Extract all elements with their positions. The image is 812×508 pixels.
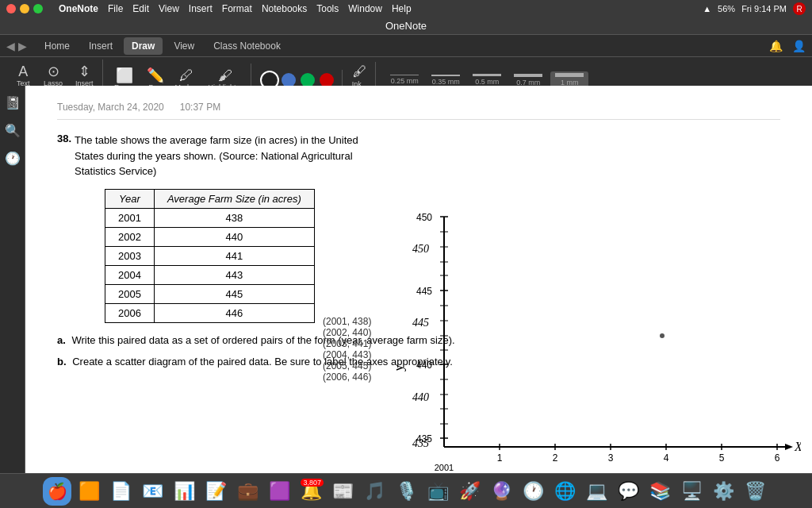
window-title: OneNote [385,20,427,32]
menu-tools[interactable]: Tools [316,3,339,14]
menubar: OneNote File Edit View Insert Format Not… [0,0,812,17]
back-icon[interactable]: ◀ [6,40,15,52]
dock-onenote[interactable]: 🟪 [265,477,293,506]
year-2003: 2003 [105,246,155,265]
color-black[interactable] [262,73,277,87]
svg-point-42 [660,333,665,338]
table-header-avg: Average Farm Size (in acres) [154,189,314,208]
size-2002: 440 [154,227,314,246]
sidebar-notebooks-icon[interactable]: 📓 [2,92,24,114]
pair-3: (2003, 441) [323,338,371,349]
svg-text:6: 6 [775,452,780,464]
highlighter-icon: 🖌 [218,68,232,83]
year-2006: 2006 [105,303,155,322]
size-2005: 445 [154,284,314,303]
dock-powerpoint[interactable]: 🟧 [75,477,103,506]
dock-teams[interactable]: 💼 [233,477,262,506]
note-date-text: Tuesday, March 24, 2020 [57,102,164,113]
dock-finder2[interactable]: 🖥️ [677,477,706,506]
fullscreen-button[interactable] [33,4,43,13]
svg-text:2: 2 [553,452,558,464]
marker-icon: 🖊 [179,68,193,83]
tab-class-notebook[interactable]: Class Notebook [205,37,289,55]
eraser-icon: ⬜ [116,68,133,83]
svg-text:440: 440 [412,391,429,403]
svg-text:4: 4 [664,452,669,464]
close-button[interactable] [6,4,16,13]
menu-help[interactable]: Help [392,3,412,14]
menu-file[interactable]: File [108,3,123,14]
menu-format[interactable]: Format [222,3,252,14]
lasso-icon: ⊙ [48,64,59,79]
year-2005: 2005 [105,284,155,303]
ordered-pairs: (2001, 438) (2002, 440) (2003, 441) (200… [323,316,371,383]
svg-text:440: 440 [416,360,432,371]
dock-launchpad[interactable]: 🚀 [455,477,484,506]
menu-onenote[interactable]: OneNote [59,3,98,14]
dock-appletv[interactable]: 📺 [423,477,452,506]
dock-trash[interactable]: 🗑️ [741,477,769,506]
pair-2: (2002, 440) [323,327,371,338]
dock-badge[interactable]: 🔔 3,807 [297,477,325,506]
dock-outlook[interactable]: 📧 [138,477,167,506]
dock-books[interactable]: 📚 [645,477,674,506]
size-2003: 441 [154,246,314,265]
menu-view[interactable]: View [159,3,179,14]
account-icon[interactable]: 👤 [792,40,806,52]
dock-word2[interactable]: 📝 [201,477,230,506]
dock-facetime[interactable]: 💻 [582,477,611,506]
ink-drop-icon: 🖋 [353,64,367,80]
traffic-lights[interactable] [6,4,43,13]
sub-b-text: Create a scatter diagram of the paired d… [72,356,453,368]
pen-icon: ✏️ [147,68,164,83]
color-green[interactable] [301,73,315,87]
dock-excel[interactable]: 📊 [170,477,198,506]
forward-icon[interactable]: ▶ [18,40,27,52]
color-blue[interactable] [282,73,296,87]
dock-chrome[interactable]: 🌐 [550,477,579,506]
sidebar-search-icon[interactable]: 🔍 [2,120,24,141]
size-035-button[interactable]: 0.35 mm [427,73,465,87]
table-row: 2001 438 [105,208,315,227]
dock-siri[interactable]: 🔮 [487,477,515,506]
size-2004: 443 [154,265,314,284]
tab-view[interactable]: View [166,37,202,55]
menu-window[interactable]: Window [348,3,382,14]
user-icon[interactable]: R [793,2,806,15]
tab-home[interactable]: Home [36,37,78,55]
sub-b-label: b. [57,356,67,368]
data-table: Year Average Farm Size (in acres) 2001 4… [105,189,315,323]
sidebar-history-icon[interactable]: 🕐 [2,148,24,169]
svg-marker-2 [785,444,793,450]
dock-clock[interactable]: 🕐 [519,477,547,506]
minimize-button[interactable] [20,4,29,13]
table-row: 2004 443 [105,265,315,284]
size-025-button[interactable]: 0.25 mm [385,73,423,87]
dock-music[interactable]: 🎵 [360,477,389,506]
dock-word[interactable]: 📄 [106,477,135,506]
menu-edit[interactable]: Edit [132,3,149,14]
wifi-icon: ▲ [703,4,711,13]
menu-notebooks[interactable]: Notebooks [262,3,307,14]
dock-news[interactable]: 📰 [328,477,357,506]
tab-draw[interactable]: Draw [124,37,163,55]
note-date: Tuesday, March 24, 2020 10:37 PM [57,102,780,120]
svg-text:X: X [794,440,801,453]
pair-4: (2004, 443) [323,349,371,360]
menubar-left: OneNote File Edit View Insert Format Not… [6,3,412,14]
notification-icon[interactable]: 🔔 [769,40,783,52]
svg-text:445: 445 [416,286,432,297]
main-content: Tuesday, March 24, 2020 10:37 PM 38. The… [25,86,812,473]
insert-space-icon: ⇕ [79,64,90,79]
size-2001: 438 [154,208,314,227]
pair-6: (2006, 446) [323,371,371,383]
dock-finder[interactable]: 🍎 [43,477,71,506]
dock-system-prefs[interactable]: ⚙️ [709,477,737,506]
size-2006: 446 [154,303,314,322]
color-red[interactable] [320,73,334,87]
tab-insert[interactable]: Insert [81,37,121,55]
menu-insert[interactable]: Insert [189,3,213,14]
dock-messages[interactable]: 💬 [614,477,642,506]
dock-podcasts[interactable]: 🎙️ [392,477,420,506]
svg-text:450: 450 [412,243,429,255]
